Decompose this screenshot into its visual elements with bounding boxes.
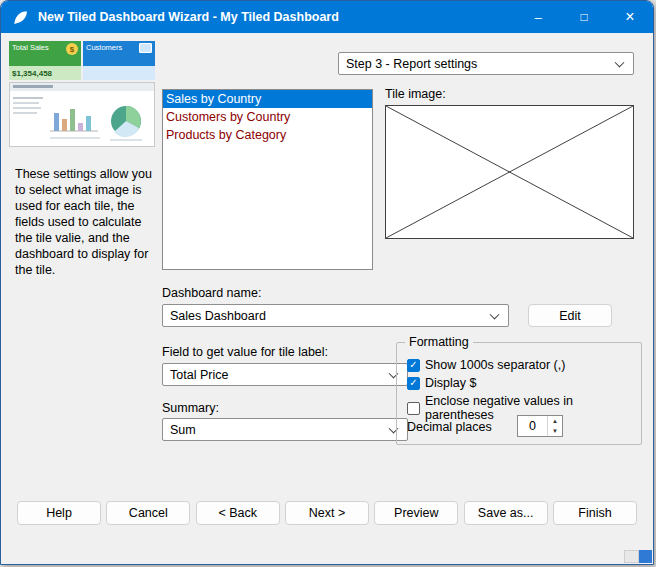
preview-tile-customers: Customers — [83, 41, 155, 80]
formatting-group: Formatting Show 1000s separator (,) Disp… — [396, 342, 642, 445]
decimal-places-value: 0 — [518, 416, 547, 436]
minimize-button[interactable]: – — [515, 1, 561, 33]
checkbox-label: Display $ — [425, 376, 476, 390]
dashboard-preview-image — [9, 82, 155, 147]
footer-button-bar: Help Cancel < Back Next > Preview Save a… — [17, 501, 637, 525]
tile-image-placeholder — [385, 105, 634, 239]
cancel-button[interactable]: Cancel — [106, 501, 190, 525]
back-button[interactable]: < Back — [196, 501, 280, 525]
decimal-places-stepper[interactable]: 0 ▲ ▼ — [517, 415, 563, 437]
checkbox-label: Show 1000s separator (,) — [425, 358, 565, 372]
field-value: Total Price — [170, 368, 228, 382]
tiles-preview-image: Total Sales $ $1,354,458 Customers — [9, 41, 155, 80]
money-bag-icon: $ — [66, 43, 78, 55]
summary-value: Sum — [170, 423, 196, 437]
thousands-separator-checkbox[interactable] — [407, 359, 420, 372]
preview-tile-label: Customers — [86, 43, 122, 52]
tile-image-label: Tile image: — [385, 87, 446, 101]
step-selector-dropdown[interactable]: Step 3 - Report settings — [338, 52, 634, 75]
resize-corner-pad — [624, 550, 639, 563]
edit-button[interactable]: Edit — [528, 304, 612, 327]
chevron-down-icon — [615, 57, 625, 67]
arrow-up-icon[interactable]: ▲ — [548, 416, 562, 426]
step-selector-value: Step 3 - Report settings — [346, 57, 477, 71]
summary-label: Summary: — [162, 401, 219, 415]
decimal-places-row: Decimal places — [407, 420, 492, 434]
preview-tile-total-sales: Total Sales $ $1,354,458 — [9, 41, 81, 80]
chevron-down-icon — [490, 309, 500, 319]
help-button[interactable]: Help — [17, 501, 101, 525]
preview-button[interactable]: Preview — [374, 501, 458, 525]
window-controls: – □ × — [515, 1, 653, 33]
preview-tile-value — [83, 66, 155, 80]
next-button[interactable]: Next > — [285, 501, 369, 525]
list-item-products-by-category[interactable]: Products by Category — [163, 126, 372, 144]
stepper-arrows: ▲ ▼ — [547, 416, 562, 436]
titlebar: New Tiled Dashboard Wizard - My Tiled Da… — [1, 1, 653, 33]
report-listbox[interactable]: Sales by Country Customers by Country Pr… — [162, 89, 373, 270]
close-button[interactable]: × — [607, 1, 653, 33]
settings-description: These settings allow you to select what … — [15, 166, 157, 278]
checkbox-row-display-dollar[interactable]: Display $ — [407, 376, 476, 390]
wizard-dialog: New Tiled Dashboard Wizard - My Tiled Da… — [0, 0, 654, 565]
save-as-button[interactable]: Save as... — [464, 501, 548, 525]
finish-button[interactable]: Finish — [553, 501, 637, 525]
maximize-button[interactable]: □ — [561, 1, 607, 33]
preview-tile-label: Total Sales — [12, 43, 49, 52]
window-title: New Tiled Dashboard Wizard - My Tiled Da… — [38, 10, 339, 24]
preview-tile-value: $1,354,458 — [9, 66, 81, 80]
dashboard-preview-chart — [10, 83, 154, 146]
resize-grip[interactable] — [639, 550, 652, 563]
checkbox-row-thousands[interactable]: Show 1000s separator (,) — [407, 358, 565, 372]
dashboard-name-label: Dashboard name: — [162, 286, 261, 300]
summary-dropdown[interactable]: Sum — [162, 418, 408, 441]
customers-icon — [139, 43, 152, 53]
app-icon — [12, 9, 29, 26]
dashboard-name-dropdown[interactable]: Sales Dashboard — [162, 304, 509, 327]
negative-parentheses-checkbox[interactable] — [407, 402, 420, 415]
display-dollar-checkbox[interactable] — [407, 377, 420, 390]
dashboard-name-value: Sales Dashboard — [170, 309, 266, 323]
decimal-places-label: Decimal places — [407, 420, 492, 434]
arrow-down-icon[interactable]: ▼ — [548, 426, 562, 436]
formatting-group-title: Formatting — [405, 335, 473, 349]
field-dropdown[interactable]: Total Price — [162, 363, 408, 386]
list-item-sales-by-country[interactable]: Sales by Country — [163, 90, 372, 108]
list-item-customers-by-country[interactable]: Customers by Country — [163, 108, 372, 126]
field-label: Field to get value for tile label: — [162, 345, 328, 359]
